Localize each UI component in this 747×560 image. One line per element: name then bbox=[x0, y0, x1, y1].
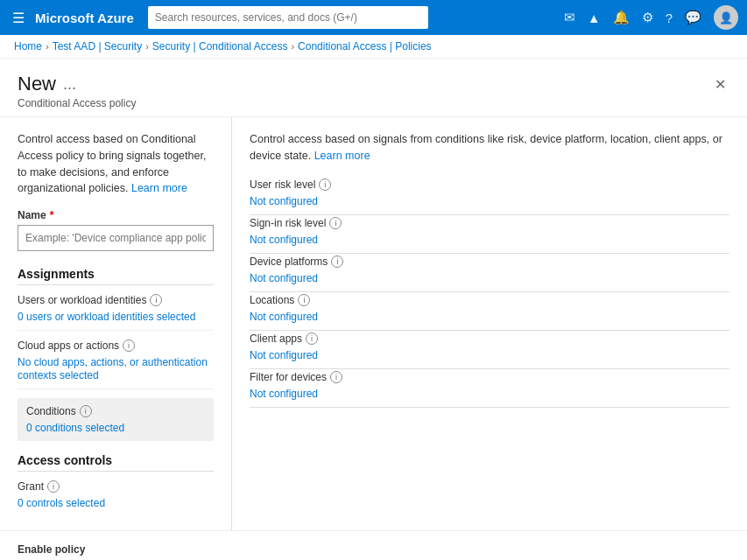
client-apps-label: Client apps i bbox=[250, 332, 729, 345]
page-title: New bbox=[18, 73, 56, 95]
conditions-label: Conditions i bbox=[26, 405, 205, 417]
feedback-icon[interactable]: 💬 bbox=[685, 10, 701, 25]
breadcrumb-ca-policies[interactable]: Conditional Access | Policies bbox=[298, 40, 432, 52]
signin-risk-label: Sign-in risk level i bbox=[250, 217, 729, 229]
filter-devices-label: Filter for devices i bbox=[250, 371, 729, 383]
breadcrumb-sep-1: › bbox=[46, 41, 49, 52]
locations-label: Locations i bbox=[250, 294, 729, 306]
breadcrumb: Home › Test AAD | Security › Security | … bbox=[0, 35, 747, 59]
enable-policy-label: Enable policy bbox=[18, 543, 729, 556]
breadcrumb-security-ca[interactable]: Security | Conditional Access bbox=[152, 40, 288, 52]
signin-risk-value[interactable]: Not configured bbox=[250, 234, 318, 246]
breadcrumb-sep-3: › bbox=[291, 41, 294, 52]
app-logo: Microsoft Azure bbox=[35, 10, 134, 25]
filter-devices-info-icon[interactable]: i bbox=[330, 371, 342, 383]
main-panel: New ... Conditional Access policy ✕ Cont… bbox=[0, 59, 747, 560]
close-button[interactable]: ✕ bbox=[711, 73, 729, 96]
left-column: Control access based on Conditional Acce… bbox=[0, 117, 232, 530]
cloud-apps-label: Cloud apps or actions i bbox=[18, 340, 214, 352]
mail-icon[interactable]: ✉ bbox=[564, 10, 575, 25]
right-learn-more-link[interactable]: Learn more bbox=[314, 150, 370, 162]
filter-devices-value[interactable]: Not configured bbox=[250, 388, 318, 400]
grant-info-icon[interactable]: i bbox=[47, 480, 60, 493]
left-description: Control access based on Conditional Acce… bbox=[18, 131, 214, 197]
signin-risk-info-icon[interactable]: i bbox=[329, 217, 342, 229]
enable-policy-section: Enable policy Report-only On Off Create bbox=[0, 530, 747, 560]
locations-item: Locations i Not configured bbox=[250, 294, 729, 331]
grant-link[interactable]: 0 controls selected bbox=[18, 497, 105, 509]
users-link[interactable]: 0 users or workload identities selected bbox=[18, 311, 195, 323]
users-section: Users or workload identities i 0 users o… bbox=[18, 294, 214, 331]
right-description: Control access based on signals from con… bbox=[250, 131, 729, 164]
search-input[interactable] bbox=[148, 6, 428, 29]
conditions-link[interactable]: 0 conditions selected bbox=[26, 422, 124, 434]
user-risk-level-item: User risk level i Not configured bbox=[250, 178, 729, 215]
cloud-apps-info-icon[interactable]: i bbox=[123, 340, 135, 352]
bell-icon[interactable]: 🔔 bbox=[613, 10, 630, 25]
right-column: Control access based on signals from con… bbox=[232, 117, 747, 530]
help-icon[interactable]: ? bbox=[666, 10, 673, 25]
user-risk-info-icon[interactable]: i bbox=[319, 178, 331, 191]
ellipsis-icon[interactable]: ... bbox=[63, 75, 76, 94]
client-apps-value[interactable]: Not configured bbox=[250, 349, 318, 361]
required-indicator: * bbox=[50, 209, 54, 221]
conditions-section: Conditions i 0 conditions selected bbox=[18, 398, 214, 441]
hamburger-icon[interactable]: ☰ bbox=[9, 6, 28, 30]
panel-body: Control access based on Conditional Acce… bbox=[0, 117, 747, 530]
breadcrumb-sep-2: › bbox=[145, 41, 149, 52]
settings-icon[interactable]: ⚙ bbox=[642, 10, 653, 25]
device-platforms-item: Device platforms i Not configured bbox=[250, 256, 729, 292]
filter-devices-item: Filter for devices i Not configured bbox=[250, 371, 729, 408]
panel-subtitle: Conditional Access policy bbox=[18, 97, 136, 109]
left-learn-more-link[interactable]: Learn more bbox=[131, 182, 187, 194]
topbar: ☰ Microsoft Azure ✉ ▲ 🔔 ⚙ ? 💬 👤 bbox=[0, 0, 747, 35]
cloud-apps-section: Cloud apps or actions i No cloud apps, a… bbox=[18, 340, 214, 389]
policy-name-input[interactable] bbox=[18, 225, 214, 251]
assignments-title: Assignments bbox=[18, 267, 214, 285]
device-platforms-label: Device platforms i bbox=[250, 256, 729, 268]
name-label: Name * bbox=[18, 209, 214, 221]
users-info-icon[interactable]: i bbox=[150, 294, 162, 306]
users-label: Users or workload identities i bbox=[18, 294, 214, 306]
topbar-icons: ✉ ▲ 🔔 ⚙ ? 💬 👤 bbox=[564, 5, 738, 30]
locations-info-icon[interactable]: i bbox=[298, 294, 310, 306]
device-platforms-value[interactable]: Not configured bbox=[250, 272, 318, 284]
breadcrumb-test-aad[interactable]: Test AAD | Security bbox=[53, 40, 143, 52]
panel-header: New ... Conditional Access policy ✕ bbox=[0, 59, 747, 117]
signin-risk-level-item: Sign-in risk level i Not configured bbox=[250, 217, 729, 254]
conditions-info-icon[interactable]: i bbox=[80, 405, 92, 417]
grant-label: Grant i bbox=[18, 480, 214, 493]
user-risk-label: User risk level i bbox=[250, 178, 729, 191]
locations-value[interactable]: Not configured bbox=[250, 311, 318, 323]
client-apps-info-icon[interactable]: i bbox=[306, 332, 318, 345]
client-apps-item: Client apps i Not configured bbox=[250, 332, 729, 369]
access-controls-title: Access controls bbox=[18, 453, 214, 472]
cloud-apps-link[interactable]: No cloud apps, actions, or authenticatio… bbox=[18, 356, 208, 382]
avatar[interactable]: 👤 bbox=[714, 5, 738, 30]
device-platforms-info-icon[interactable]: i bbox=[331, 256, 343, 268]
upload-icon[interactable]: ▲ bbox=[588, 10, 601, 25]
breadcrumb-home[interactable]: Home bbox=[14, 40, 42, 52]
grant-section: Grant i 0 controls selected bbox=[18, 480, 214, 516]
user-risk-value[interactable]: Not configured bbox=[250, 195, 318, 207]
